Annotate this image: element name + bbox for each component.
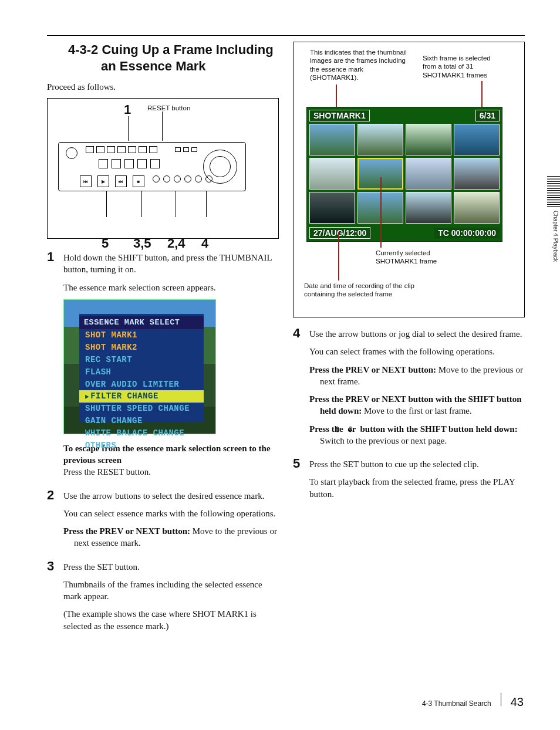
- essence-menu-item: REC START: [79, 354, 204, 366]
- essence-menu-item: SHOT MARK2: [79, 342, 204, 354]
- essence-menu-item: GAIN CHANGE: [79, 415, 204, 427]
- callout-num-3-5: 3,5: [133, 236, 151, 251]
- essence-mark-screenshot: ESSENCE MARK SELECT SHOT MARK1SHOT MARK2…: [63, 299, 216, 434]
- operation-item: Press the PREV or NEXT button with the S…: [309, 393, 525, 417]
- timecode-chip: TC 00:00:00:00: [434, 228, 500, 238]
- leader-line: [481, 81, 483, 108]
- thumbnail: [309, 158, 355, 190]
- step-3: 3 Press the SET button. Thumbnails of th…: [47, 561, 279, 638]
- essence-menu-item: SHOT MARK1: [79, 329, 204, 342]
- page-number: 43: [511, 695, 524, 709]
- leader-line: [106, 191, 107, 217]
- thumbnail: [454, 158, 500, 190]
- stop-button-icon: ■: [133, 175, 144, 187]
- reset-button-label: RESET button: [147, 104, 190, 111]
- annotation-top-left: This indicates that the thumbnail images…: [310, 48, 410, 82]
- operation-item: Press the PREV or NEXT button: Move to t…: [63, 525, 279, 549]
- step-body: Hold down the SHIFT button, and press th…: [63, 252, 279, 484]
- essence-menu-title: ESSENCE MARK SELECT: [79, 316, 204, 329]
- step-body: Use the arrow buttons or jog dial to sel…: [309, 328, 525, 452]
- operation-bold: Press the PREV or NEXT button:: [63, 526, 193, 536]
- thumbnail: [406, 192, 451, 224]
- page-footer: 4-3 Thumbnail Search 43: [422, 693, 524, 709]
- callout-num-1: 1: [124, 102, 131, 117]
- step-text: Thumbnails of the frames including the s…: [63, 579, 279, 603]
- step-number: 5: [293, 457, 309, 506]
- date-chip: 27/AUG/12:00: [309, 227, 370, 239]
- leader-line: [128, 116, 129, 141]
- play-button-icon: ▶: [97, 175, 109, 187]
- chapter-side-tab: Chapter 4 Playback: [551, 208, 560, 264]
- annotation-bottom: Date and time of recording of the clip c…: [304, 282, 427, 299]
- step-4: 4 Use the arrow buttons or jog dial to s…: [293, 328, 525, 452]
- step-body: Press the SET button to cue up the selec…: [309, 458, 525, 506]
- footer-separator: [501, 693, 501, 706]
- step-number: 3: [47, 560, 63, 638]
- transport-button-row: ⏮ ▶ ⏭ ■: [80, 175, 144, 187]
- step-text: Hold down the SHIFT button, and press th…: [63, 252, 279, 276]
- essence-menu-item: WHITE BALACE CHANGE: [79, 427, 204, 440]
- thumbnail-screen-figure: This indicates that the thumbnail images…: [293, 42, 525, 317]
- thumbnail: [454, 192, 500, 224]
- shotmark-chip: SHOTMARK1: [309, 110, 370, 121]
- step-text: The essence mark selection screen appear…: [63, 282, 279, 293]
- step-1: 1 Hold down the SHIFT button, and press …: [47, 252, 279, 484]
- thumb-index-hatch: [547, 176, 560, 208]
- thumbnail: [406, 158, 451, 190]
- step-text: To start playback from the selected fram…: [309, 476, 525, 500]
- thumbnail: [309, 192, 355, 224]
- top-rule: [47, 35, 525, 36]
- frame-counter-chip: 6/31: [475, 110, 500, 121]
- operation-item: Press the ⇧ or ⇩ button with the SHIFT b…: [309, 423, 525, 447]
- step-text: You can select essence marks with the fo…: [63, 508, 279, 519]
- essence-menu-item: OTHERS: [79, 440, 204, 452]
- misc-dots: [153, 175, 212, 182]
- leader-line: [162, 111, 163, 141]
- section-heading: 4-3-2 Cuing Up a Frame Including an Esse…: [68, 42, 279, 74]
- steps-list: 1 Hold down the SHIFT button, and press …: [47, 252, 279, 638]
- leader-line: [176, 191, 176, 217]
- step-number: 1: [47, 251, 63, 484]
- prev-button-icon: ⏮: [80, 175, 92, 187]
- intro-text: Proceed as follows.: [47, 82, 279, 92]
- thumbnail-grid: [309, 124, 500, 224]
- leader-line: [336, 85, 337, 108]
- steps-list-right: 4 Use the arrow buttons or jog dial to s…: [293, 328, 525, 506]
- callout-num-4: 4: [201, 236, 208, 251]
- operation-item: Press the PREV or NEXT button: Move to t…: [309, 364, 525, 388]
- essence-menu-item: SHUTTER SPEED CHANGE: [79, 403, 204, 415]
- step-text: Use the arrow buttons to select the desi…: [63, 490, 279, 502]
- thumbnail: [406, 124, 451, 156]
- access-indicator-icon: [66, 147, 77, 159]
- escape-action-text: Press the RESET button.: [63, 467, 151, 476]
- operation-rest: Move to the first or last frame.: [364, 406, 472, 415]
- step-body: Use the arrow buttons to select the desi…: [63, 490, 279, 555]
- essence-menu-item: OVER AUDIO LIMITER: [79, 378, 204, 391]
- leader-line: [380, 177, 382, 248]
- step-text: Use the arrow buttons or jog dial to sel…: [309, 328, 525, 340]
- annotation-mid: Currently selected SHOTMARK1 frame: [376, 249, 470, 266]
- operation-bold-post: button with the SHIFT button held down:: [358, 424, 518, 434]
- step-text: Press the SET button to cue up the selec…: [309, 458, 525, 470]
- thumbnail: [309, 124, 355, 156]
- essence-menu-item: FILTER CHANGE: [79, 390, 204, 403]
- device-outline: ⏮ ▶ ⏭ ■: [58, 142, 246, 191]
- leader-line: [338, 232, 339, 280]
- step-body: Press the SET button. Thumbnails of the …: [63, 561, 279, 638]
- footer-section: 4-3 Thumbnail Search: [422, 699, 491, 708]
- audio-monitor-row: [86, 146, 157, 153]
- two-column-layout: 4-3-2 Cuing Up a Frame Including an Esse…: [47, 42, 525, 644]
- callout-num-2-4: 2,4: [167, 236, 185, 251]
- right-column: This indicates that the thumbnail images…: [293, 42, 525, 644]
- screen-top-bar: SHOTMARK1 6/31: [309, 110, 500, 121]
- step-text: You can select frames with the following…: [309, 346, 525, 357]
- essence-menu-panel: ESSENCE MARK SELECT SHOT MARK1SHOT MARK2…: [79, 314, 204, 422]
- thumbnail: [357, 124, 403, 156]
- step-5: 5 Press the SET button to cue up the sel…: [293, 458, 525, 506]
- operation-bold: Press the PREV or NEXT button:: [309, 365, 438, 374]
- menu-button-row: [99, 159, 160, 168]
- step-text: (The example shows the case where SHOT M…: [63, 608, 279, 632]
- annotation-top-right: Sixth frame is selected from a total of …: [423, 54, 505, 79]
- device-panel-figure: 1 RESET button ⏮ ▶ ⏭ ■: [47, 98, 279, 239]
- essence-menu-item: FLASH: [79, 366, 204, 378]
